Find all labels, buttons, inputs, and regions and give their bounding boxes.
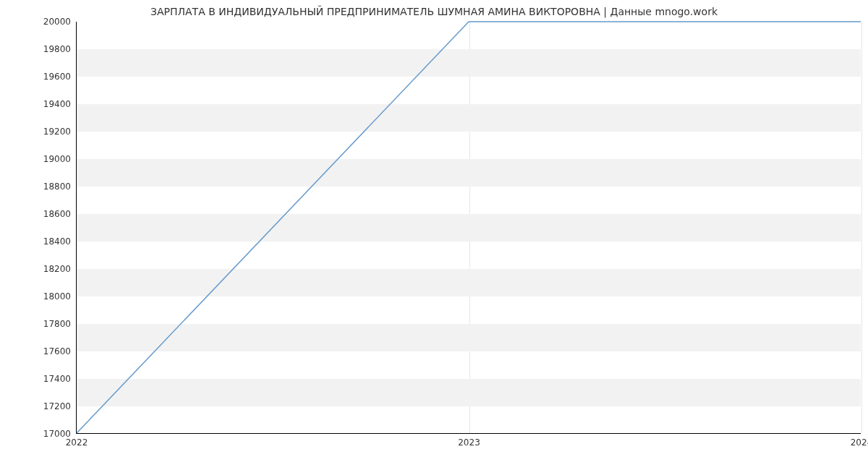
plot-area: 1700017200174001760017800180001820018400…: [76, 22, 861, 434]
y-tick-label: 18200: [43, 264, 77, 274]
y-tick-label: 19200: [43, 127, 77, 137]
y-tick-label: 19400: [43, 99, 77, 109]
x-gridline: [861, 22, 862, 433]
x-tick-label: 2022: [66, 433, 88, 448]
y-tick-label: 17400: [43, 374, 77, 384]
y-tick-label: 17800: [43, 319, 77, 329]
y-tick-label: 17200: [43, 401, 77, 411]
x-tick-label: 2024: [851, 433, 868, 448]
line-series: [77, 22, 861, 433]
y-tick-label: 18600: [43, 209, 77, 219]
y-tick-label: 17600: [43, 346, 77, 356]
series-polyline: [77, 22, 861, 433]
y-tick-label: 20000: [43, 17, 77, 27]
chart-container: ЗАРПЛАТА В ИНДИВИДУАЛЬНЫЙ ПРЕДПРИНИМАТЕЛ…: [0, 0, 868, 470]
x-tick-label: 2023: [458, 433, 480, 448]
chart-title: ЗАРПЛАТА В ИНДИВИДУАЛЬНЫЙ ПРЕДПРИНИМАТЕЛ…: [0, 6, 868, 17]
y-tick-label: 18000: [43, 291, 77, 302]
y-tick-label: 18400: [43, 236, 77, 247]
y-tick-label: 19600: [43, 72, 77, 82]
y-tick-label: 18800: [43, 181, 77, 192]
y-tick-label: 19800: [43, 44, 77, 54]
y-tick-label: 19000: [43, 154, 77, 164]
